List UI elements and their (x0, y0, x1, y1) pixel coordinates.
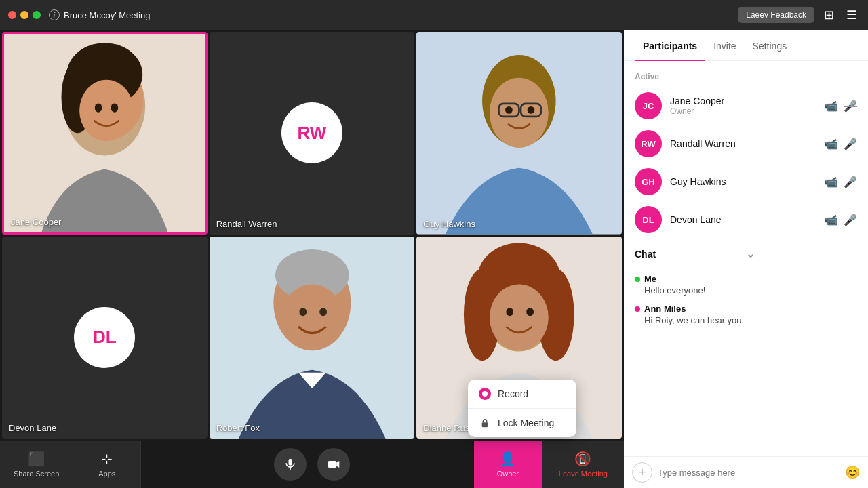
menu-icon[interactable]: ☰ (844, 5, 860, 25)
video-icon-randall[interactable]: 📹 (825, 138, 838, 150)
svg-rect-34 (328, 461, 337, 468)
chat-attach-button[interactable]: + (632, 462, 652, 483)
mic-icon-randall[interactable]: 🎤 (844, 138, 857, 150)
chat-msg-me: Me Hello everyone! (635, 274, 857, 296)
share-screen-icon: ⬛ (28, 451, 45, 467)
svg-point-14 (505, 106, 513, 114)
participant-row-jane: JC Jane Cooper Owner 📹 🎤 (624, 87, 868, 125)
right-controls: 👤 Owner 📵 Leave Meeting (474, 441, 624, 488)
video-area: Jane Cooper RW Randall Warren (0, 30, 624, 488)
sender-dot-ann (635, 306, 640, 312)
grid-view-icon[interactable]: ⊞ (821, 5, 837, 25)
video-name-randall: Randall Warren (216, 219, 277, 229)
right-panel: Participants Invite Settings Active JC J… (624, 30, 868, 488)
avatar-guy-panel: GH (635, 168, 662, 195)
participant-role-jane: Owner (670, 106, 816, 116)
leave-meeting-button[interactable]: 📵 Leave Meeting (542, 441, 624, 488)
lock-label: Lock Meeting (498, 418, 554, 428)
msg-text-ann: Hi Roiy, we can hear you. (635, 315, 857, 325)
record-menu-item[interactable]: Record (468, 380, 576, 408)
participant-name-guy: Guy Hawkins (670, 176, 816, 187)
lock-meeting-menu-item[interactable]: Lock Meeting (468, 409, 576, 437)
owner-icon: 👤 (499, 451, 516, 467)
panel-content: Active JC Jane Cooper Owner 📹 🎤 RW Randa… (624, 61, 868, 456)
video-icon-guy[interactable]: 📹 (825, 176, 838, 188)
video-cell-randall[interactable]: RW Randall Warren (210, 32, 415, 235)
participant-row-devon: DL Devon Lane 📹 🎤 (624, 201, 868, 239)
avatar-devon: DL (74, 307, 135, 368)
svg-point-30 (482, 391, 488, 396)
camera-button[interactable] (317, 448, 350, 481)
chat-msg-ann: Ann Miles Hi Roiy, we can hear you. (635, 304, 857, 325)
center-controls (274, 448, 350, 481)
avatar-devon-panel: DL (635, 206, 662, 233)
svg-rect-32 (289, 459, 292, 466)
owner-label: Owner (497, 470, 519, 478)
chat-header[interactable]: Chat ⌄ (624, 239, 868, 268)
tab-participants[interactable]: Participants (635, 30, 705, 61)
popup-menu: Record Lock Meeting (468, 380, 576, 437)
participant-controls-devon: 📹 🎤 (825, 214, 857, 226)
mic-icon-jane[interactable]: 🎤 (844, 100, 857, 113)
svg-point-27 (490, 284, 549, 350)
share-screen-button[interactable]: ⬛ Share Screen (0, 441, 73, 488)
active-section-label: Active (624, 69, 868, 87)
participant-info-jane: Jane Cooper Owner (670, 96, 816, 116)
sender-name-ann: Ann Miles (644, 304, 686, 314)
svg-point-19 (281, 284, 342, 350)
participant-row-randall: RW Randall Warren 📹 🎤 (624, 125, 868, 163)
leave-icon: 📵 (574, 451, 591, 467)
apps-icon: ⊹ (101, 451, 113, 467)
tab-settings[interactable]: Settings (745, 30, 795, 61)
chat-input-area: + 😊 (624, 456, 868, 488)
mic-icon-devon[interactable]: 🎤 (844, 214, 857, 226)
msg-text-me: Hello everyone! (635, 285, 857, 296)
minimize-button[interactable] (20, 11, 28, 19)
info-icon[interactable]: i (49, 9, 60, 20)
close-button[interactable] (8, 11, 16, 19)
participant-row-guy: GH Guy Hawkins 📹 🎤 (624, 163, 868, 201)
apps-button[interactable]: ⊹ Apps (73, 441, 141, 488)
mic-icon-guy[interactable]: 🎤 (844, 176, 857, 188)
emoji-button[interactable]: 😊 (845, 465, 860, 480)
video-icon-jane[interactable]: 📹 (825, 100, 838, 113)
svg-point-20 (299, 308, 307, 316)
chat-section: Chat ⌄ Me Hello everyone! Ann (624, 239, 868, 339)
participant-controls-randall: 📹 🎤 (825, 138, 857, 150)
svg-point-28 (507, 308, 514, 316)
lock-icon (479, 417, 491, 429)
chat-collapse-icon[interactable]: ⌄ (746, 247, 857, 260)
video-cell-robert[interactable]: Robert Fox (210, 237, 415, 439)
bottom-left-controls: ⬛ Share Screen ⊹ Apps (0, 441, 141, 488)
sender-dot-me (635, 277, 640, 282)
owner-button[interactable]: 👤 Owner (474, 441, 542, 488)
video-name-guy: Guy Hawkins (423, 219, 475, 229)
svg-point-29 (527, 308, 534, 316)
meeting-title-area: i Bruce Mccoy' Meeting (49, 9, 150, 20)
video-icon-devon[interactable]: 📹 (825, 214, 838, 226)
avatar-randall-panel: RW (635, 130, 662, 157)
bottom-bar: ⬛ Share Screen ⊹ Apps (0, 441, 624, 488)
participant-info-devon: Devon Lane (670, 214, 816, 225)
video-name-jane: Jane Cooper (11, 217, 61, 227)
svg-marker-35 (336, 461, 339, 468)
svg-point-5 (79, 80, 134, 141)
svg-point-21 (319, 308, 327, 316)
panel-tabs: Participants Invite Settings (624, 30, 868, 61)
video-cell-guy[interactable]: Guy Hawkins (416, 32, 622, 235)
traffic-lights (8, 11, 41, 19)
leave-feedback-button[interactable]: Laeev Feadback (738, 7, 814, 23)
microphone-button[interactable] (274, 448, 307, 481)
tab-invite[interactable]: Invite (705, 30, 744, 61)
video-cell-devon[interactable]: DL Devon Lane (2, 237, 208, 439)
svg-point-7 (111, 103, 119, 112)
share-screen-label: Share Screen (14, 470, 59, 478)
video-cell-jane[interactable]: Jane Cooper (2, 32, 208, 235)
sender-me: Me (635, 274, 857, 284)
chat-label: Chat (635, 249, 746, 260)
participant-info-guy: Guy Hawkins (670, 176, 816, 187)
svg-rect-31 (482, 422, 488, 427)
svg-point-6 (95, 103, 102, 112)
chat-input[interactable] (658, 468, 840, 478)
maximize-button[interactable] (33, 11, 41, 19)
